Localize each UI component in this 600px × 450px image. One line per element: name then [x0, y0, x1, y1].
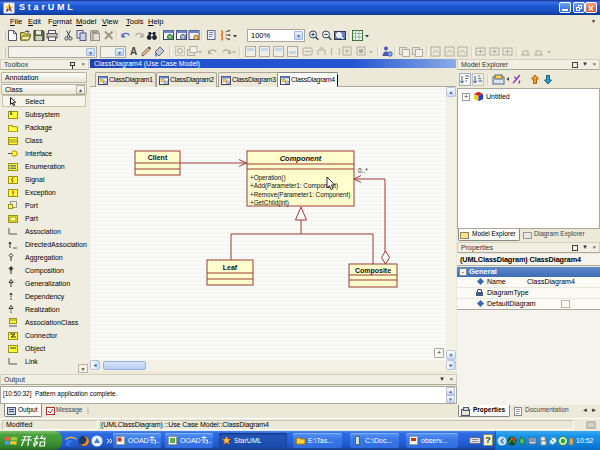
svg-text:+Operation(): +Operation() — [250, 174, 285, 182]
svg-text:+GetChild(int): +GetChild(int) — [250, 199, 289, 207]
svg-text:A: A — [130, 46, 137, 57]
svg-text:?: ? — [485, 435, 491, 445]
svg-text:e: e — [66, 434, 72, 448]
svg-text:+Add(Parameter1: Component): +Add(Parameter1: Component) — [250, 182, 338, 190]
svg-text:Component: Component — [280, 154, 322, 163]
svg-text:Composite: Composite — [355, 267, 391, 275]
svg-text:+Remove(Parameter1: Component): +Remove(Parameter1: Component) — [250, 191, 350, 199]
svg-text:Client: Client — [148, 154, 168, 161]
svg-text:Leaf: Leaf — [223, 264, 238, 271]
svg-text:0..*: 0..* — [358, 167, 368, 174]
